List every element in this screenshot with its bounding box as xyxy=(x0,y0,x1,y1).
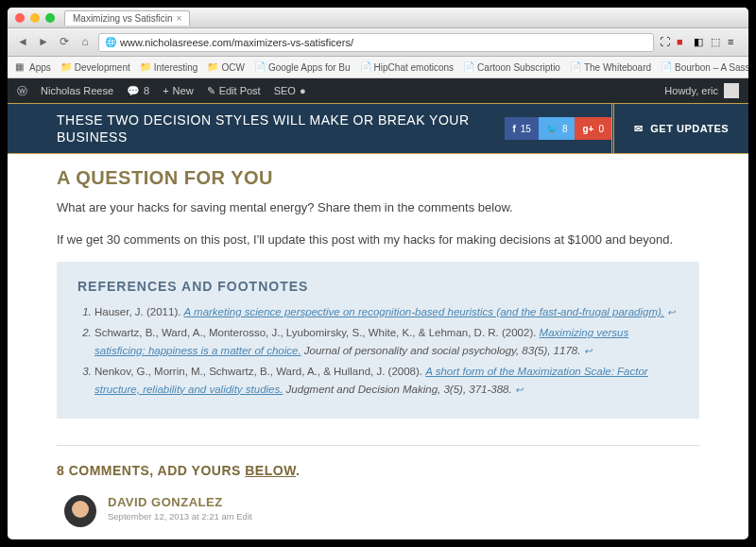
reference-item: Hauser, J. (2011). A marketing science p… xyxy=(94,303,679,320)
minimize-window-button[interactable] xyxy=(30,13,40,23)
site-header: THESE TWO DECISION STYLES WILL MAKE OR B… xyxy=(8,103,748,154)
ext-icon[interactable]: ⬚ xyxy=(711,36,724,49)
reference-item: Nenkov, G., Morrin, M., Schwartz, B., Wa… xyxy=(94,363,679,398)
bookmark-folder[interactable]: 📁OCW xyxy=(207,61,244,73)
page-title: THESE TWO DECISION STYLES WILL MAKE OR B… xyxy=(57,111,505,145)
bookmark-folder[interactable]: 📁Development xyxy=(60,61,130,73)
envelope-icon: ✉ xyxy=(634,123,644,135)
chrome-menu-icon[interactable]: ≡ xyxy=(728,36,741,49)
comment-meta[interactable]: September 12, 2013 at 2:21 am Edit xyxy=(108,511,252,521)
comments-section: 8 COMMENTS, ADD YOURS BELOW. DAVID GONZA… xyxy=(57,445,699,527)
browser-window: Maximizing vs Satisficin × ◄ ► ⟳ ⌂ 🌐 www… xyxy=(8,8,748,539)
globe-icon: 🌐 xyxy=(105,37,116,48)
social-buttons: f15 🐦8 g+0 xyxy=(505,117,611,140)
address-bar: ◄ ► ⟳ ⌂ 🌐 www.nicholasreese.com/maximize… xyxy=(8,28,748,57)
wp-site-link[interactable]: Nicholas Reese xyxy=(41,85,113,96)
reference-item: Schwartz, B., Ward, A., Monterosso, J., … xyxy=(94,324,679,359)
wp-avatar[interactable] xyxy=(724,83,739,98)
wordpress-admin-bar: ⓦ Nicholas Reese 💬 8 + New ✎ Edit Post S… xyxy=(8,78,748,103)
wp-logo-icon[interactable]: ⓦ xyxy=(17,84,27,98)
paragraph: If we get 30 comments on this post, I'll… xyxy=(57,231,699,249)
comment-item: DAVID GONZALEZ September 12, 2013 at 2:2… xyxy=(57,495,699,527)
comments-heading: 8 COMMENTS, ADD YOURS BELOW. xyxy=(57,463,699,478)
googleplus-share-button[interactable]: g+0 xyxy=(575,117,611,140)
bookmark-folder[interactable]: 📁Interesting xyxy=(140,61,198,73)
wp-howdy[interactable]: Howdy, eric xyxy=(664,85,718,96)
twitter-share-button[interactable]: 🐦8 xyxy=(539,117,576,140)
bookmark-link[interactable]: 📄The Whiteboard xyxy=(570,61,651,73)
bookmarks-bar: ▦Apps 📁Development 📁Interesting 📁OCW 📄Go… xyxy=(8,57,748,78)
wp-seo-link[interactable]: SEO ● xyxy=(274,85,306,96)
get-updates-button[interactable]: ✉ GET UPDATES xyxy=(611,104,748,153)
apps-bookmark[interactable]: ▦Apps xyxy=(15,61,51,73)
return-icon[interactable]: ↩ xyxy=(667,307,675,317)
bookmark-link[interactable]: 📄Bourbon – A Sass M xyxy=(661,61,748,73)
main-content: A QUESTION FOR YOU What are your hacks f… xyxy=(8,154,748,539)
close-window-button[interactable] xyxy=(15,13,25,23)
tab-title: Maximizing vs Satisficin xyxy=(73,13,173,24)
zoom-window-button[interactable] xyxy=(45,13,55,23)
bookmark-link[interactable]: 📄HipChat emoticons xyxy=(360,61,454,73)
comment-avatar xyxy=(64,495,96,527)
reference-link[interactable]: A marketing science perspective on recog… xyxy=(184,306,664,317)
return-icon[interactable]: ↩ xyxy=(584,346,592,356)
browser-tab[interactable]: Maximizing vs Satisficin × xyxy=(64,10,190,26)
close-tab-icon[interactable]: × xyxy=(177,13,182,24)
url-input[interactable]: 🌐 www.nicholasreese.com/maximizers-vs-sa… xyxy=(98,33,654,52)
ext-lastpass-icon[interactable]: ■ xyxy=(677,36,690,49)
bookmark-link[interactable]: 📄Google Apps for Bu xyxy=(254,61,351,73)
return-icon[interactable]: ↩ xyxy=(515,385,523,395)
section-heading: A QUESTION FOR YOU xyxy=(57,167,699,189)
bookmark-link[interactable]: 📄Cartoon Subscriptio xyxy=(463,61,560,73)
home-button[interactable]: ⌂ xyxy=(77,35,93,50)
wp-edit-link[interactable]: ✎ Edit Post xyxy=(207,85,261,97)
paragraph: What are your hacks for saving mental en… xyxy=(57,198,699,217)
extension-icons: ⛶ ■ ◧ ⬚ ≡ xyxy=(660,36,741,49)
ext-icon[interactable]: ◧ xyxy=(694,36,707,49)
references-heading: REFERENCES AND FOOTNOTES xyxy=(77,279,679,294)
url-text: www.nicholasreese.com/maximizers-vs-sati… xyxy=(120,37,353,48)
comment-author[interactable]: DAVID GONZALEZ xyxy=(108,495,252,509)
references-box: REFERENCES AND FOOTNOTES Hauser, J. (201… xyxy=(57,262,699,419)
forward-button[interactable]: ► xyxy=(36,35,51,50)
wp-new-link[interactable]: + New xyxy=(163,85,193,96)
facebook-share-button[interactable]: f15 xyxy=(505,117,538,140)
ext-pocket-icon[interactable]: ⛶ xyxy=(660,36,673,49)
wp-comments-link[interactable]: 💬 8 xyxy=(127,85,149,97)
reload-button[interactable]: ⟳ xyxy=(57,35,72,50)
titlebar: Maximizing vs Satisficin × xyxy=(8,8,748,28)
back-button[interactable]: ◄ xyxy=(15,35,30,50)
